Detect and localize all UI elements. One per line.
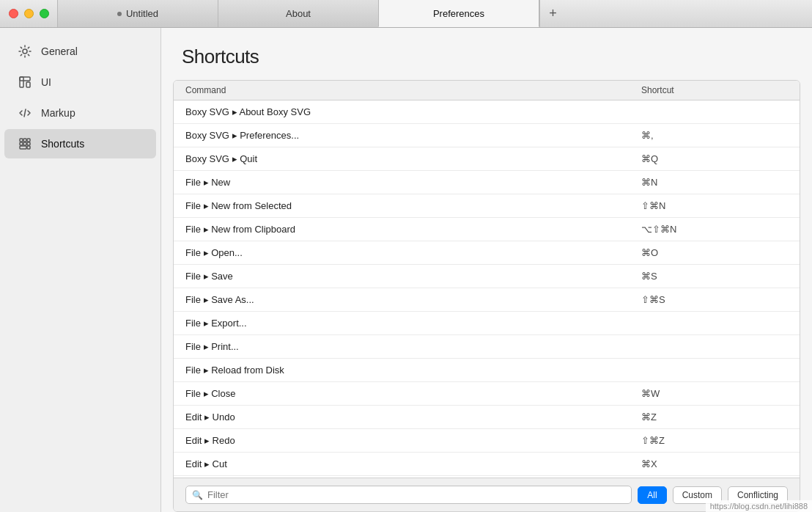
row-command-10: File ▸ Print... — [185, 341, 641, 352]
svg-rect-7 — [20, 142, 23, 145]
table-row[interactable]: Edit ▸ Undo⌘Z — [174, 406, 800, 429]
svg-rect-3 — [26, 82, 30, 87]
row-command-2: Boxy SVG ▸ Quit — [185, 153, 641, 164]
table-row[interactable]: Boxy SVG ▸ About Boxy SVG — [174, 100, 800, 124]
svg-rect-11 — [27, 146, 30, 149]
row-command-11: File ▸ Reload from Disk — [185, 365, 641, 376]
row-shortcut-2: ⌘Q — [641, 153, 788, 164]
sidebar: General UI Markup Shortcuts — [0, 28, 161, 512]
table-row[interactable]: File ▸ Save As...⇧⌘S — [174, 288, 800, 312]
row-shortcut-7: ⌘S — [641, 271, 788, 282]
search-icon: 🔍 — [192, 490, 203, 500]
sidebar-item-shortcuts[interactable]: Shortcuts — [4, 129, 156, 158]
column-command: Command — [185, 85, 641, 95]
close-button[interactable] — [9, 9, 18, 18]
tab-untitled[interactable]: Untitled — [57, 0, 218, 27]
main-layout: General UI Markup Shortcuts Shortcuts Co… — [0, 28, 812, 512]
svg-rect-2 — [20, 77, 30, 81]
filter-btn-all[interactable]: All — [638, 486, 666, 504]
sidebar-item-general[interactable]: General — [4, 37, 156, 66]
row-command-15: Edit ▸ Cut — [185, 458, 641, 469]
table-row[interactable]: File ▸ New from Clipboard⌥⇧⌘N — [174, 218, 800, 241]
sidebar-item-ui[interactable]: UI — [4, 67, 156, 97]
sidebar-label-ui: UI — [41, 76, 51, 88]
row-shortcut-3: ⌘N — [641, 177, 788, 188]
table-row[interactable]: File ▸ Export... — [174, 312, 800, 335]
row-command-3: File ▸ New — [185, 177, 641, 188]
titlebar: UntitledAboutPreferences+ — [0, 0, 812, 28]
svg-point-0 — [23, 49, 27, 54]
filter-input-wrapper: 🔍 — [185, 486, 632, 504]
sidebar-label-markup: Markup — [41, 107, 75, 119]
row-command-12: File ▸ Close — [185, 388, 641, 399]
table-row[interactable]: Boxy SVG ▸ Quit⌘Q — [174, 147, 800, 171]
content-header: Shortcuts — [161, 28, 812, 80]
maximize-button[interactable] — [40, 9, 49, 18]
row-shortcut-4: ⇧⌘N — [641, 200, 788, 211]
svg-rect-4 — [20, 139, 23, 142]
shortcuts-icon — [18, 136, 32, 151]
svg-rect-9 — [27, 142, 30, 145]
content-area: Shortcuts Command Shortcut Boxy SVG ▸ Ab… — [161, 28, 812, 512]
row-command-8: File ▸ Save As... — [185, 294, 641, 305]
minimize-button[interactable] — [24, 9, 34, 18]
row-command-9: File ▸ Export... — [185, 318, 641, 329]
column-shortcut: Shortcut — [641, 85, 788, 95]
sidebar-label-general: General — [41, 45, 78, 57]
table-row[interactable]: File ▸ Reload from Disk — [174, 359, 800, 382]
window-controls — [0, 9, 58, 18]
row-shortcut-8: ⇧⌘S — [641, 294, 788, 305]
svg-rect-5 — [23, 139, 26, 142]
row-shortcut-6: ⌘O — [641, 247, 788, 258]
tab-about[interactable]: About — [218, 0, 379, 27]
tab-label-about: About — [286, 8, 311, 19]
url-bar: https://blog.csdn.net/lihi888 — [706, 500, 812, 512]
table-header: Command Shortcut — [174, 81, 800, 100]
tab-dot — [117, 12, 122, 16]
row-command-7: File ▸ Save — [185, 271, 641, 282]
row-command-5: File ▸ New from Clipboard — [185, 224, 641, 235]
row-shortcut-15: ⌘X — [641, 458, 788, 469]
table-row[interactable]: Boxy SVG ▸ Preferences...⌘, — [174, 124, 800, 147]
sidebar-label-shortcuts: Shortcuts — [41, 138, 84, 150]
new-tab-button[interactable]: + — [539, 0, 566, 27]
table-row[interactable]: File ▸ Print... — [174, 335, 800, 359]
row-command-13: Edit ▸ Undo — [185, 412, 641, 423]
page-title: Shortcuts — [182, 45, 791, 68]
row-shortcut-14: ⇧⌘Z — [641, 435, 788, 446]
row-command-6: File ▸ Open... — [185, 247, 641, 258]
row-command-1: Boxy SVG ▸ Preferences... — [185, 130, 641, 141]
tab-label-untitled: Untitled — [126, 8, 158, 19]
row-command-4: File ▸ New from Selected — [185, 200, 641, 211]
markup-icon — [18, 106, 32, 120]
table-row[interactable]: Edit ▸ Redo⇧⌘Z — [174, 429, 800, 453]
row-command-0: Boxy SVG ▸ About Boxy SVG — [185, 106, 641, 117]
general-icon — [18, 44, 32, 59]
table-body[interactable]: Boxy SVG ▸ About Boxy SVGBoxy SVG ▸ Pref… — [174, 100, 800, 478]
row-shortcut-13: ⌘Z — [641, 412, 788, 423]
table-row[interactable]: File ▸ Close⌘W — [174, 382, 800, 406]
row-shortcut-5: ⌥⇧⌘N — [641, 224, 788, 235]
tab-preferences[interactable]: Preferences — [378, 0, 539, 27]
svg-rect-6 — [27, 139, 30, 142]
table-row[interactable]: File ▸ New⌘N — [174, 171, 800, 194]
ui-icon — [18, 75, 32, 89]
row-shortcut-12: ⌘W — [641, 388, 788, 399]
row-command-14: Edit ▸ Redo — [185, 435, 641, 446]
table-row[interactable]: File ▸ Save⌘S — [174, 265, 800, 288]
svg-rect-10 — [20, 146, 26, 149]
table-row[interactable]: File ▸ Open...⌘O — [174, 241, 800, 265]
shortcuts-table: Command Shortcut Boxy SVG ▸ About Boxy S… — [173, 80, 800, 512]
tab-label-preferences: Preferences — [433, 8, 484, 19]
table-row[interactable]: File ▸ New from Selected⇧⌘N — [174, 194, 800, 218]
table-row[interactable]: Edit ▸ Cut⌘X — [174, 453, 800, 476]
sidebar-item-markup[interactable]: Markup — [4, 98, 156, 128]
row-shortcut-1: ⌘, — [641, 130, 788, 141]
filter-input[interactable] — [207, 489, 625, 500]
svg-rect-8 — [23, 142, 26, 145]
tab-bar: UntitledAboutPreferences+ — [58, 0, 812, 27]
